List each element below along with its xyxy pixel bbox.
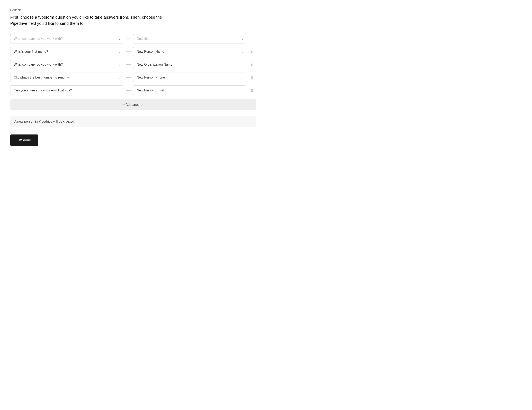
pipedrive-select-wrapper-1: Deal title Deal title New Person Name Ne…	[133, 34, 246, 43]
typeform-select-3[interactable]: What company do you work with? What's yo…	[10, 60, 123, 69]
typeform-select-wrapper-1: What company do you work with? What comp…	[10, 34, 123, 43]
pipedrive-select-wrapper-4: New Person Phone Deal title New Person N…	[133, 73, 246, 82]
delete-row-2-button[interactable]	[249, 48, 256, 55]
pipedrive-select-5[interactable]: New Person Email Deal title New Person N…	[133, 86, 246, 95]
typeform-select-wrapper-3: What company do you work with? What's yo…	[10, 60, 123, 69]
trash-icon-4	[251, 75, 254, 80]
typeform-select-wrapper-2: What's your first name? What company do …	[10, 47, 123, 56]
pipedrive-select-wrapper-5: New Person Email Deal title New Person N…	[133, 86, 246, 95]
mapping-row-3: What company do you work with? What's yo…	[10, 60, 256, 69]
pipedrive-select-3[interactable]: New Organization Name Deal title New Per…	[133, 60, 246, 69]
connector-2	[126, 51, 131, 52]
pipedrive-select-wrapper-3: New Organization Name Deal title New Per…	[133, 60, 246, 69]
connector-5	[126, 90, 131, 91]
pipedrive-select-1[interactable]: Deal title Deal title New Person Name Ne…	[133, 34, 246, 43]
typeform-select-2[interactable]: What's your first name? What company do …	[10, 47, 123, 56]
pipedrive-select-wrapper-2: New Person Name Deal title New Organizat…	[133, 47, 246, 56]
pipedrive-select-4[interactable]: New Person Phone Deal title New Person N…	[133, 73, 246, 82]
subtitle-text: Perfect!	[10, 8, 256, 12]
delete-row-5-button[interactable]	[249, 86, 256, 94]
add-another-button[interactable]: + Add another	[10, 99, 256, 110]
mapping-row-5: Can you share your work email with us? W…	[10, 86, 256, 95]
typeform-select-wrapper-4: Ok, what's the best number to reach y...…	[10, 73, 123, 82]
typeform-select-1[interactable]: What company do you work with? What comp…	[10, 34, 123, 43]
connector-4	[126, 77, 131, 78]
main-instruction: First, choose a typeform question you'd …	[10, 14, 170, 27]
typeform-select-wrapper-5: Can you share your work email with us? W…	[10, 86, 123, 95]
connector-3	[126, 64, 131, 65]
mapping-row-4: Ok, what's the best number to reach y...…	[10, 73, 256, 82]
done-button[interactable]: I'm done	[10, 134, 38, 146]
mapping-row-1: What company do you work with? What comp…	[10, 34, 256, 43]
info-box: A new person in Pipedrive will be create…	[10, 116, 256, 127]
trash-icon-5	[251, 88, 254, 93]
delete-row-4-button[interactable]	[249, 74, 256, 81]
pipedrive-select-2[interactable]: New Person Name Deal title New Organizat…	[133, 47, 246, 56]
info-text: A new person in Pipedrive will be create…	[14, 120, 74, 123]
trash-icon-2	[251, 49, 254, 54]
typeform-select-4[interactable]: Ok, what's the best number to reach y...…	[10, 73, 123, 82]
mapping-row-2: What's your first name? What company do …	[10, 47, 256, 56]
mapping-rows: What company do you work with? What comp…	[10, 34, 256, 95]
trash-icon-3	[251, 62, 254, 67]
delete-row-3-button[interactable]	[249, 61, 256, 68]
connector-1	[126, 38, 131, 39]
typeform-select-5[interactable]: Can you share your work email with us? W…	[10, 86, 123, 95]
